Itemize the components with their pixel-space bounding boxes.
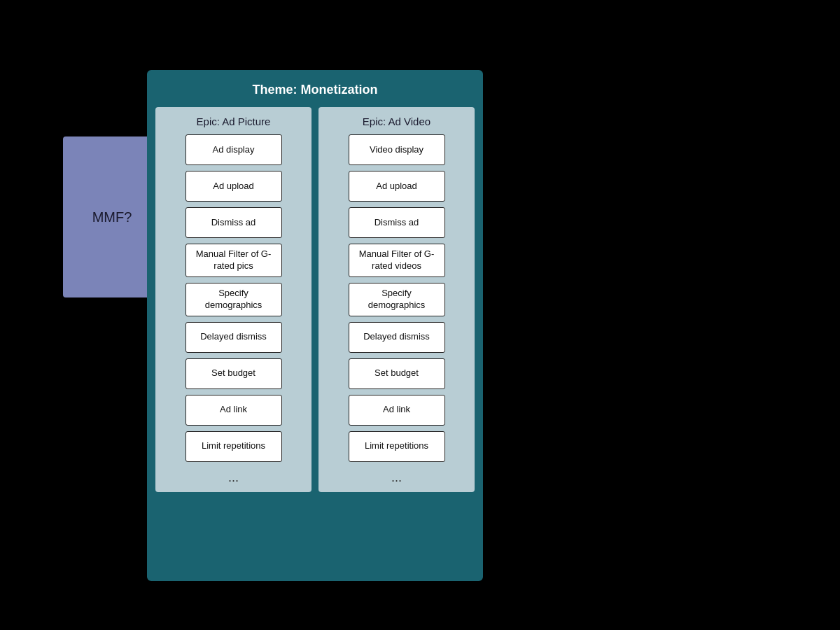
scene: MMF? Theme: Monetization Epic: Ad Pictur…	[0, 0, 840, 630]
epic-column-ad-picture: Epic: Ad PictureAd displayAd uploadDismi…	[155, 107, 312, 492]
story-card[interactable]: Ad link	[186, 395, 282, 426]
story-card[interactable]: Limit repetitions	[186, 431, 282, 462]
epics-wrapper: Epic: Ad PictureAd displayAd uploadDismi…	[147, 107, 483, 500]
ellipsis: ...	[391, 470, 402, 485]
story-card[interactable]: Specify demographics	[186, 283, 282, 316]
story-card[interactable]: Ad upload	[349, 171, 445, 202]
story-card[interactable]: Ad link	[349, 395, 445, 426]
story-card[interactable]: Dismiss ad	[349, 207, 445, 238]
story-card[interactable]: Set budget	[349, 358, 445, 389]
ellipsis: ...	[228, 470, 239, 485]
story-card[interactable]: Limit repetitions	[349, 431, 445, 462]
epic-title-ad-picture: Epic: Ad Picture	[191, 107, 276, 134]
story-card[interactable]: Ad display	[186, 134, 282, 165]
theme-title: Theme: Monetization	[147, 70, 483, 107]
story-card[interactable]: Video display	[349, 134, 445, 165]
mmf-label: MMF?	[92, 209, 132, 225]
story-card[interactable]: Ad upload	[186, 171, 282, 202]
story-card[interactable]: Manual Filter of G-rated pics	[186, 244, 282, 277]
story-card[interactable]: Manual Filter of G-rated videos	[349, 244, 445, 277]
story-card[interactable]: Delayed dismiss	[186, 322, 282, 353]
story-card[interactable]: Specify demographics	[349, 283, 445, 316]
theme-container: Theme: Monetization Epic: Ad PictureAd d…	[147, 70, 483, 581]
story-card[interactable]: Dismiss ad	[186, 207, 282, 238]
mmf-box: MMF?	[63, 136, 161, 298]
epic-column-ad-video: Epic: Ad VideoVideo displayAd uploadDism…	[318, 107, 475, 492]
epic-title-ad-video: Epic: Ad Video	[357, 107, 436, 134]
story-card[interactable]: Set budget	[186, 358, 282, 389]
story-card[interactable]: Delayed dismiss	[349, 322, 445, 353]
